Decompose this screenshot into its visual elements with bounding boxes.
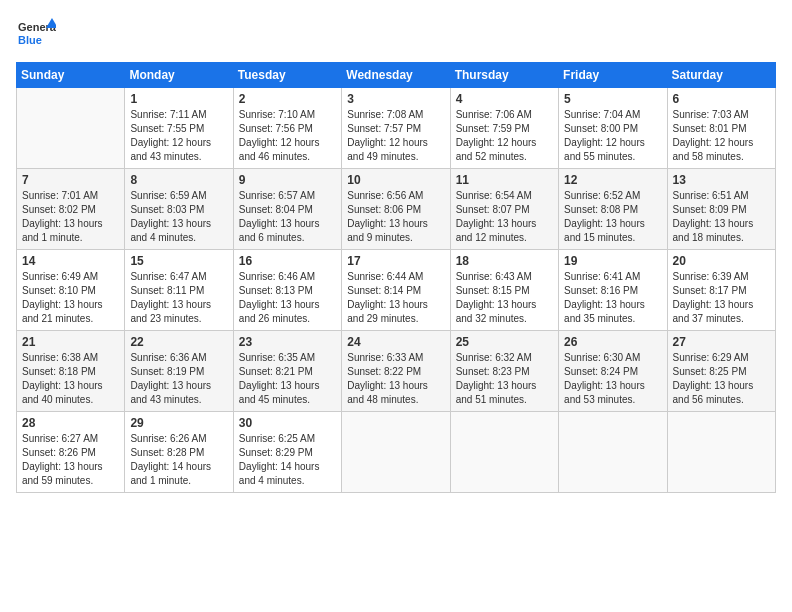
day-number: 6	[673, 92, 770, 106]
header-day-thursday: Thursday	[450, 63, 558, 88]
day-info: Sunrise: 6:39 AM Sunset: 8:17 PM Dayligh…	[673, 270, 770, 326]
day-info: Sunrise: 7:01 AM Sunset: 8:02 PM Dayligh…	[22, 189, 119, 245]
day-info: Sunrise: 6:51 AM Sunset: 8:09 PM Dayligh…	[673, 189, 770, 245]
calendar-cell: 1Sunrise: 7:11 AM Sunset: 7:55 PM Daylig…	[125, 88, 233, 169]
day-number: 22	[130, 335, 227, 349]
calendar-cell: 8Sunrise: 6:59 AM Sunset: 8:03 PM Daylig…	[125, 169, 233, 250]
day-info: Sunrise: 6:59 AM Sunset: 8:03 PM Dayligh…	[130, 189, 227, 245]
calendar-cell: 17Sunrise: 6:44 AM Sunset: 8:14 PM Dayli…	[342, 250, 450, 331]
day-info: Sunrise: 7:03 AM Sunset: 8:01 PM Dayligh…	[673, 108, 770, 164]
calendar-table: SundayMondayTuesdayWednesdayThursdayFrid…	[16, 62, 776, 493]
day-number: 8	[130, 173, 227, 187]
day-info: Sunrise: 6:35 AM Sunset: 8:21 PM Dayligh…	[239, 351, 336, 407]
calendar-cell: 27Sunrise: 6:29 AM Sunset: 8:25 PM Dayli…	[667, 331, 775, 412]
calendar-cell: 4Sunrise: 7:06 AM Sunset: 7:59 PM Daylig…	[450, 88, 558, 169]
header-day-wednesday: Wednesday	[342, 63, 450, 88]
day-number: 18	[456, 254, 553, 268]
calendar-cell: 9Sunrise: 6:57 AM Sunset: 8:04 PM Daylig…	[233, 169, 341, 250]
calendar-cell	[342, 412, 450, 493]
calendar-cell: 24Sunrise: 6:33 AM Sunset: 8:22 PM Dayli…	[342, 331, 450, 412]
day-info: Sunrise: 7:10 AM Sunset: 7:56 PM Dayligh…	[239, 108, 336, 164]
day-info: Sunrise: 7:11 AM Sunset: 7:55 PM Dayligh…	[130, 108, 227, 164]
day-number: 12	[564, 173, 661, 187]
day-number: 3	[347, 92, 444, 106]
calendar-cell: 7Sunrise: 7:01 AM Sunset: 8:02 PM Daylig…	[17, 169, 125, 250]
day-info: Sunrise: 6:32 AM Sunset: 8:23 PM Dayligh…	[456, 351, 553, 407]
calendar-cell: 30Sunrise: 6:25 AM Sunset: 8:29 PM Dayli…	[233, 412, 341, 493]
calendar-cell: 21Sunrise: 6:38 AM Sunset: 8:18 PM Dayli…	[17, 331, 125, 412]
day-info: Sunrise: 6:36 AM Sunset: 8:19 PM Dayligh…	[130, 351, 227, 407]
day-number: 25	[456, 335, 553, 349]
calendar-cell: 3Sunrise: 7:08 AM Sunset: 7:57 PM Daylig…	[342, 88, 450, 169]
calendar-cell: 10Sunrise: 6:56 AM Sunset: 8:06 PM Dayli…	[342, 169, 450, 250]
day-number: 11	[456, 173, 553, 187]
calendar-cell	[559, 412, 667, 493]
day-info: Sunrise: 6:38 AM Sunset: 8:18 PM Dayligh…	[22, 351, 119, 407]
day-number: 27	[673, 335, 770, 349]
calendar-cell: 16Sunrise: 6:46 AM Sunset: 8:13 PM Dayli…	[233, 250, 341, 331]
calendar-cell: 11Sunrise: 6:54 AM Sunset: 8:07 PM Dayli…	[450, 169, 558, 250]
day-info: Sunrise: 7:08 AM Sunset: 7:57 PM Dayligh…	[347, 108, 444, 164]
calendar-cell: 29Sunrise: 6:26 AM Sunset: 8:28 PM Dayli…	[125, 412, 233, 493]
day-number: 7	[22, 173, 119, 187]
day-number: 14	[22, 254, 119, 268]
day-number: 21	[22, 335, 119, 349]
day-info: Sunrise: 6:43 AM Sunset: 8:15 PM Dayligh…	[456, 270, 553, 326]
week-row-2: 7Sunrise: 7:01 AM Sunset: 8:02 PM Daylig…	[17, 169, 776, 250]
day-info: Sunrise: 7:06 AM Sunset: 7:59 PM Dayligh…	[456, 108, 553, 164]
day-number: 19	[564, 254, 661, 268]
week-row-3: 14Sunrise: 6:49 AM Sunset: 8:10 PM Dayli…	[17, 250, 776, 331]
calendar-cell: 2Sunrise: 7:10 AM Sunset: 7:56 PM Daylig…	[233, 88, 341, 169]
calendar-cell: 6Sunrise: 7:03 AM Sunset: 8:01 PM Daylig…	[667, 88, 775, 169]
calendar-cell	[667, 412, 775, 493]
header-day-sunday: Sunday	[17, 63, 125, 88]
header-day-tuesday: Tuesday	[233, 63, 341, 88]
day-info: Sunrise: 6:56 AM Sunset: 8:06 PM Dayligh…	[347, 189, 444, 245]
header-row: SundayMondayTuesdayWednesdayThursdayFrid…	[17, 63, 776, 88]
day-info: Sunrise: 6:29 AM Sunset: 8:25 PM Dayligh…	[673, 351, 770, 407]
week-row-4: 21Sunrise: 6:38 AM Sunset: 8:18 PM Dayli…	[17, 331, 776, 412]
day-info: Sunrise: 6:57 AM Sunset: 8:04 PM Dayligh…	[239, 189, 336, 245]
svg-text:Blue: Blue	[18, 34, 42, 46]
calendar-cell: 28Sunrise: 6:27 AM Sunset: 8:26 PM Dayli…	[17, 412, 125, 493]
day-number: 10	[347, 173, 444, 187]
day-number: 16	[239, 254, 336, 268]
day-info: Sunrise: 6:49 AM Sunset: 8:10 PM Dayligh…	[22, 270, 119, 326]
calendar-cell	[450, 412, 558, 493]
day-info: Sunrise: 6:47 AM Sunset: 8:11 PM Dayligh…	[130, 270, 227, 326]
calendar-cell: 5Sunrise: 7:04 AM Sunset: 8:00 PM Daylig…	[559, 88, 667, 169]
day-number: 5	[564, 92, 661, 106]
calendar-cell: 13Sunrise: 6:51 AM Sunset: 8:09 PM Dayli…	[667, 169, 775, 250]
calendar-cell	[17, 88, 125, 169]
week-row-5: 28Sunrise: 6:27 AM Sunset: 8:26 PM Dayli…	[17, 412, 776, 493]
day-info: Sunrise: 6:30 AM Sunset: 8:24 PM Dayligh…	[564, 351, 661, 407]
main-container: General Blue SundayMondayTuesdayWednesda…	[0, 0, 792, 503]
day-number: 29	[130, 416, 227, 430]
calendar-cell: 18Sunrise: 6:43 AM Sunset: 8:15 PM Dayli…	[450, 250, 558, 331]
calendar-cell: 26Sunrise: 6:30 AM Sunset: 8:24 PM Dayli…	[559, 331, 667, 412]
calendar-cell: 20Sunrise: 6:39 AM Sunset: 8:17 PM Dayli…	[667, 250, 775, 331]
day-number: 28	[22, 416, 119, 430]
header-day-monday: Monday	[125, 63, 233, 88]
day-number: 26	[564, 335, 661, 349]
week-row-1: 1Sunrise: 7:11 AM Sunset: 7:55 PM Daylig…	[17, 88, 776, 169]
day-info: Sunrise: 6:41 AM Sunset: 8:16 PM Dayligh…	[564, 270, 661, 326]
day-number: 24	[347, 335, 444, 349]
calendar-cell: 19Sunrise: 6:41 AM Sunset: 8:16 PM Dayli…	[559, 250, 667, 331]
day-info: Sunrise: 6:54 AM Sunset: 8:07 PM Dayligh…	[456, 189, 553, 245]
day-info: Sunrise: 7:04 AM Sunset: 8:00 PM Dayligh…	[564, 108, 661, 164]
day-number: 23	[239, 335, 336, 349]
day-number: 15	[130, 254, 227, 268]
day-info: Sunrise: 6:26 AM Sunset: 8:28 PM Dayligh…	[130, 432, 227, 488]
day-info: Sunrise: 6:27 AM Sunset: 8:26 PM Dayligh…	[22, 432, 119, 488]
calendar-cell: 23Sunrise: 6:35 AM Sunset: 8:21 PM Dayli…	[233, 331, 341, 412]
day-number: 20	[673, 254, 770, 268]
day-info: Sunrise: 6:46 AM Sunset: 8:13 PM Dayligh…	[239, 270, 336, 326]
logo: General Blue	[16, 16, 52, 52]
calendar-cell: 15Sunrise: 6:47 AM Sunset: 8:11 PM Dayli…	[125, 250, 233, 331]
day-number: 9	[239, 173, 336, 187]
day-number: 30	[239, 416, 336, 430]
day-number: 4	[456, 92, 553, 106]
day-number: 13	[673, 173, 770, 187]
day-info: Sunrise: 6:33 AM Sunset: 8:22 PM Dayligh…	[347, 351, 444, 407]
